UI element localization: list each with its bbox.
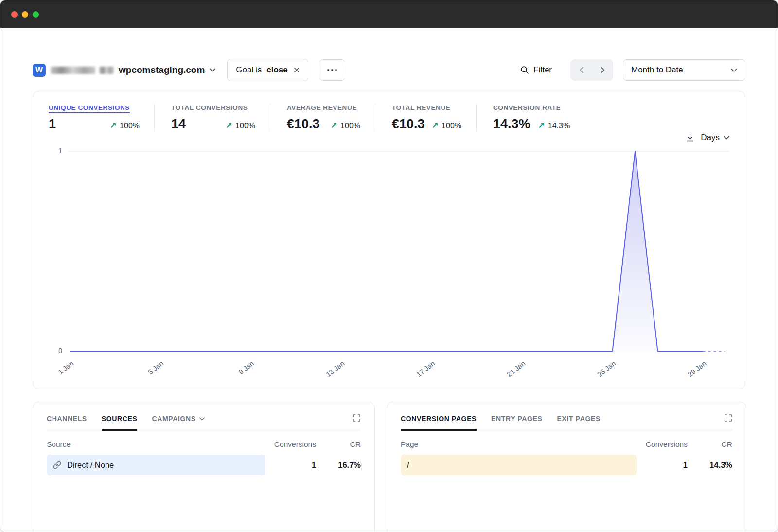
metric-average-revenue[interactable]: AVERAGE REVENUE €10.3 ↗ 100% xyxy=(270,104,375,132)
metric-label: TOTAL CONVERSIONS xyxy=(171,104,255,111)
column-cr: CR xyxy=(316,440,361,449)
goal-filter-chip[interactable]: Goal is close xyxy=(227,59,308,81)
app-window: W wpcomstaging.com Goal is close xyxy=(0,0,778,532)
tab-entry-pages[interactable]: ENTRY PAGES xyxy=(491,413,542,431)
metric-change-value: 100% xyxy=(120,122,140,130)
site-domain-label: wpcomstaging.com xyxy=(119,65,205,75)
goal-filter-label: Goal is xyxy=(236,65,262,75)
tab-label: ENTRY PAGES xyxy=(491,415,542,423)
metric-conversion-rate[interactable]: CONVERSION RATE 14.3% ↗ 14.3% xyxy=(476,104,584,132)
chevron-down-icon xyxy=(731,68,737,72)
x-axis-labels: 1 Jan5 Jan9 Jan13 Jan17 Jan21 Jan25 Jan2… xyxy=(68,354,729,381)
tab-channels[interactable]: CHANNELS xyxy=(47,413,87,431)
metric-value: 14 xyxy=(171,117,186,132)
chart-plot xyxy=(68,143,729,354)
metric-total-conversions[interactable]: TOTAL CONVERSIONS 14 ↗ 100% xyxy=(154,104,270,132)
close-window-button[interactable] xyxy=(11,11,18,18)
bottom-panels: CHANNELS SOURCES CAMPAIGNS xyxy=(33,402,745,532)
more-options-button[interactable] xyxy=(319,59,345,81)
tab-label: EXIT PAGES xyxy=(557,415,601,423)
trend-up-icon: ↗ xyxy=(331,121,337,131)
tab-conversion-pages[interactable]: CONVERSION PAGES xyxy=(401,413,477,431)
chevron-down-icon xyxy=(724,136,729,140)
metric-change-value: 100% xyxy=(235,122,255,130)
metric-change-value: 100% xyxy=(340,122,360,130)
site-picker-dropdown[interactable]: W wpcomstaging.com xyxy=(33,64,215,77)
top-bar: W wpcomstaging.com Goal is close xyxy=(33,59,745,81)
tab-label: CONVERSION PAGES xyxy=(401,415,477,423)
chevron-right-icon xyxy=(601,67,605,73)
minimize-window-button[interactable] xyxy=(22,11,28,18)
sources-panel: CHANNELS SOURCES CAMPAIGNS xyxy=(33,402,375,532)
previous-period-button[interactable] xyxy=(570,59,592,81)
ellipsis-icon xyxy=(335,69,337,71)
expand-panel-button[interactable] xyxy=(724,414,732,422)
zoom-window-button[interactable] xyxy=(33,11,39,18)
link-icon xyxy=(53,461,61,469)
search-icon xyxy=(520,66,529,74)
granularity-dropdown[interactable]: Days xyxy=(701,133,729,142)
y-axis-label: 0 xyxy=(49,347,62,355)
redacted-site-name xyxy=(99,67,114,74)
filter-button[interactable]: Filter xyxy=(520,65,552,75)
next-period-button[interactable] xyxy=(592,59,613,81)
conversions-chart xyxy=(68,143,729,354)
metric-value: €10.3 xyxy=(287,117,320,132)
column-conversions: Conversions xyxy=(637,440,688,449)
metric-change: ↗ 100% xyxy=(331,121,360,131)
tab-campaigns[interactable]: CAMPAIGNS xyxy=(152,413,204,431)
source-cr: 16.7% xyxy=(316,461,361,470)
tab-label: CHANNELS xyxy=(47,415,87,423)
date-range-label: Month to Date xyxy=(631,65,683,75)
chevron-left-icon xyxy=(579,67,584,73)
granularity-label: Days xyxy=(701,133,720,142)
page-path: / xyxy=(407,461,409,470)
tab-exit-pages[interactable]: EXIT PAGES xyxy=(557,413,601,431)
fullscreen-icon xyxy=(353,414,361,422)
metric-change-value: 14.3% xyxy=(548,122,570,130)
conversions-chart-area: 1 0 xyxy=(49,143,729,354)
trend-up-icon: ↗ xyxy=(538,121,545,131)
source-name: Direct / None xyxy=(67,461,114,470)
remove-filter-button[interactable] xyxy=(294,67,300,73)
pages-table-header: Page Conversions CR xyxy=(401,440,732,449)
fullscreen-icon xyxy=(724,414,732,422)
ellipsis-icon xyxy=(331,69,333,71)
trend-up-icon: ↗ xyxy=(110,121,117,131)
goal-filter-value: close xyxy=(266,65,287,75)
page-conversions: 1 xyxy=(637,461,688,470)
redacted-site-name xyxy=(51,67,95,74)
y-axis-label: 1 xyxy=(49,147,62,155)
metric-label: UNIQUE CONVERSIONS xyxy=(49,104,140,111)
metric-change: ↗ 100% xyxy=(226,121,255,131)
close-icon xyxy=(294,67,300,73)
date-range-dropdown[interactable]: Month to Date xyxy=(623,59,745,81)
conversions-card: UNIQUE CONVERSIONS 1 ↗ 100% TOTAL CONVER… xyxy=(33,91,745,389)
page-row[interactable]: / 1 14.3% xyxy=(401,455,732,475)
expand-panel-button[interactable] xyxy=(353,414,361,422)
chart-toolbar: Days xyxy=(49,133,729,142)
metric-unique-conversions[interactable]: UNIQUE CONVERSIONS 1 ↗ 100% xyxy=(49,104,154,132)
chevron-down-icon xyxy=(199,417,205,421)
metric-label: CONVERSION RATE xyxy=(493,104,570,111)
pages-panel: CONVERSION PAGES ENTRY PAGES EXIT PAGES … xyxy=(387,402,746,532)
download-button[interactable] xyxy=(685,133,695,142)
column-conversions: Conversions xyxy=(265,440,316,449)
analytics-page: W wpcomstaging.com Goal is close xyxy=(0,28,778,532)
page-bar: / xyxy=(401,455,637,475)
wordpress-logo-icon: W xyxy=(33,64,46,77)
metric-total-revenue[interactable]: TOTAL REVENUE €10.3 ↗ 100% xyxy=(375,104,476,132)
metric-change-value: 100% xyxy=(442,122,461,130)
metric-value: 1 xyxy=(49,117,56,132)
source-row[interactable]: Direct / None 1 16.7% xyxy=(47,455,361,475)
pages-tabs: CONVERSION PAGES ENTRY PAGES EXIT PAGES xyxy=(401,413,732,430)
chevron-down-icon xyxy=(210,68,215,72)
sources-table-header: Source Conversions CR xyxy=(47,440,361,449)
metric-label: TOTAL REVENUE xyxy=(392,104,461,111)
tab-label: SOURCES xyxy=(102,415,138,423)
tab-sources[interactable]: SOURCES xyxy=(102,413,138,431)
page-cr: 14.3% xyxy=(688,461,732,470)
source-conversions: 1 xyxy=(265,461,316,470)
download-icon xyxy=(685,133,695,142)
column-source: Source xyxy=(47,440,265,449)
